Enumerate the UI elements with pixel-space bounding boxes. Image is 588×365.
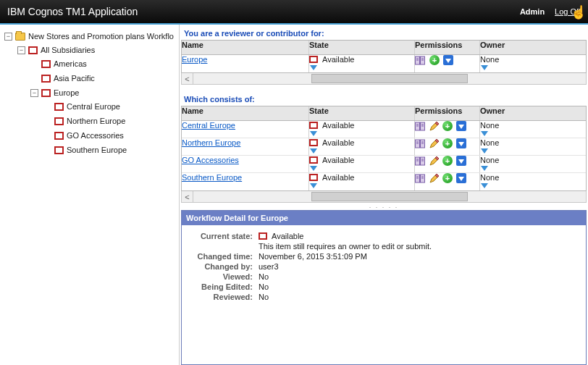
view-icon[interactable] [415, 122, 426, 131]
row-owner-text: None [480, 55, 499, 64]
splitter-handle[interactable]: . . . . . [180, 203, 588, 209]
available-status-icon [309, 56, 318, 63]
node-icon [54, 103, 64, 111]
detail-label-reviewed: Reviewed: [189, 293, 259, 301]
add-icon[interactable]: + [442, 156, 453, 166]
tree-node-central-europe[interactable]: Central Europe [67, 102, 120, 111]
row-name-link[interactable]: GO Accessories [182, 156, 239, 164]
reviewer-section-label: You are a reviewer or contributor for: [180, 25, 588, 40]
svg-marker-19 [481, 131, 488, 136]
scroll-left-icon[interactable]: < [182, 191, 193, 202]
owner-dropdown-icon[interactable] [480, 64, 579, 71]
reviewer-scrollbar[interactable]: < [181, 73, 587, 85]
detail-value-changed-by: user3 [259, 262, 279, 271]
edit-icon[interactable] [429, 122, 439, 131]
svg-marker-41 [481, 166, 488, 171]
svg-marker-51 [458, 177, 464, 181]
owner-dropdown-icon[interactable] [480, 147, 579, 154]
svg-marker-9 [310, 131, 317, 136]
add-icon[interactable]: + [442, 138, 453, 148]
col-header-state[interactable]: State [309, 41, 415, 54]
scroll-thumb[interactable] [311, 74, 469, 83]
state-dropdown-icon[interactable] [309, 164, 414, 172]
add-icon[interactable]: + [442, 121, 453, 131]
app-title: IBM Cognos TM1 Application [7, 6, 138, 17]
svg-marker-52 [481, 183, 488, 188]
owner-dropdown-icon[interactable] [480, 130, 579, 137]
owner-dropdown-icon[interactable] [480, 182, 579, 189]
row-state-text: Available [322, 173, 354, 182]
row-name-link[interactable]: Europe [182, 55, 207, 64]
row-state-text: Available [322, 121, 354, 130]
tree-collapse-icon[interactable]: − [30, 89, 38, 97]
tree-node-europe[interactable]: Europe [54, 88, 79, 97]
submit-icon[interactable] [456, 156, 466, 166]
svg-marker-30 [481, 148, 488, 154]
logoff-link[interactable]: Log Off [555, 7, 581, 16]
row-name-link[interactable]: Northern Europe [182, 138, 240, 147]
consists-section-label: Which consists of: [180, 91, 588, 106]
col-header-state[interactable]: State [309, 106, 415, 120]
tree-node-go-accessories[interactable]: GO Accessories [67, 131, 124, 140]
top-bar: IBM Cognos TM1 Application Admin Log Off… [0, 0, 588, 25]
tree-node-northern-europe[interactable]: Northern Europe [67, 117, 125, 125]
svg-marker-29 [458, 142, 464, 146]
add-icon[interactable]: + [442, 173, 453, 183]
tree-spacer [43, 146, 51, 154]
edit-icon[interactable] [429, 139, 439, 148]
scroll-left-icon[interactable]: < [182, 73, 193, 84]
state-dropdown-icon[interactable] [309, 130, 414, 137]
table-row: EuropeAvailable+None [182, 55, 586, 72]
available-status-icon [309, 156, 318, 164]
tree-node-asia-pacific[interactable]: Asia Pacific [54, 74, 95, 83]
detail-label-changed-time: Changed time: [189, 252, 259, 261]
scroll-track[interactable] [193, 73, 586, 84]
edit-icon[interactable] [429, 174, 439, 183]
owner-dropdown-icon[interactable] [480, 164, 579, 172]
view-icon[interactable] [415, 56, 426, 65]
detail-value-state: Available [272, 232, 303, 240]
detail-value-reviewed: No [259, 293, 269, 301]
scroll-thumb[interactable] [311, 192, 469, 201]
add-icon[interactable]: + [429, 55, 440, 65]
col-header-name[interactable]: Name [182, 41, 309, 54]
permission-icons: + [415, 173, 479, 183]
svg-marker-31 [310, 166, 317, 171]
state-dropdown-icon[interactable] [309, 182, 414, 189]
scroll-track[interactable] [193, 191, 586, 202]
view-icon[interactable] [415, 156, 426, 166]
state-dropdown-icon[interactable] [309, 147, 414, 154]
edit-icon[interactable] [429, 156, 439, 166]
submit-icon[interactable] [443, 55, 453, 65]
tree-collapse-icon[interactable]: − [17, 46, 25, 54]
tree-collapse-icon[interactable]: − [4, 33, 12, 41]
tree-node-americas[interactable]: Americas [54, 59, 87, 68]
svg-marker-8 [481, 65, 488, 70]
submit-icon[interactable] [456, 121, 466, 131]
permission-icons: + [415, 156, 479, 166]
detail-label-current-state: Current state: [189, 232, 259, 240]
col-header-permissions[interactable]: Permissions [415, 106, 480, 120]
svg-marker-7 [445, 59, 451, 63]
state-dropdown-icon[interactable] [309, 64, 414, 71]
view-icon[interactable] [415, 174, 426, 183]
col-header-owner[interactable]: Owner [480, 106, 586, 120]
tree-root-label[interactable]: New Stores and Promotion plans Workflo [28, 32, 174, 41]
svg-marker-0 [310, 65, 317, 70]
workflow-detail-panel: Workflow Detail for Europe Current state… [181, 210, 587, 365]
view-icon[interactable] [415, 139, 426, 148]
consists-scrollbar[interactable]: < [181, 191, 587, 203]
row-name-link[interactable]: Southern Europe [182, 173, 242, 182]
row-owner-text: None [480, 121, 499, 130]
folder-icon [15, 33, 25, 41]
tree-spacer [43, 117, 51, 125]
submit-icon[interactable] [456, 173, 466, 183]
tree-node-southern-europe[interactable]: Southern Europe [67, 146, 127, 154]
tree-node-all-subsidiaries[interactable]: All Subsidiaries [41, 46, 95, 54]
col-header-owner[interactable]: Owner [480, 41, 586, 54]
submit-icon[interactable] [456, 138, 466, 148]
col-header-permissions[interactable]: Permissions [415, 41, 480, 54]
col-header-name[interactable]: Name [182, 106, 309, 120]
row-name-link[interactable]: Central Europe [182, 121, 235, 130]
table-row: Southern EuropeAvailable+None [182, 173, 586, 190]
